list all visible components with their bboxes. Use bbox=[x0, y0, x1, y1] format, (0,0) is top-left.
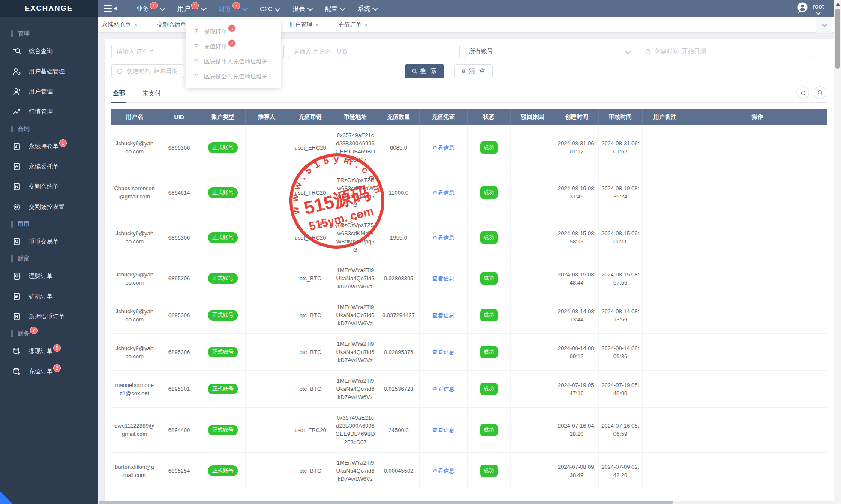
sidebar-item-用户管理[interactable]: 用户管理 bbox=[0, 81, 98, 102]
navbar-menu-业务[interactable]: 业务 1 bbox=[136, 5, 165, 13]
cell-created-time: 2024-07-08 09:38:49 bbox=[555, 453, 598, 489]
cell-actions bbox=[688, 408, 827, 453]
view-voucher-link[interactable]: 查看信息 bbox=[432, 312, 454, 318]
cell-referrer bbox=[245, 297, 288, 334]
account-type-badge: 正式账号 bbox=[208, 187, 238, 198]
cell-status: 成功 bbox=[467, 170, 510, 215]
cell-uid: 6895301 bbox=[158, 371, 201, 408]
sidebar-item-矿机订单[interactable]: 矿机订单 bbox=[0, 286, 98, 306]
result-tab-未支付[interactable]: 未支付 bbox=[141, 89, 162, 102]
vertical-scrollbar[interactable] bbox=[834, 0, 841, 504]
cell-status: 成功 bbox=[467, 297, 510, 334]
navbar-menu-用户[interactable]: 用户 1 bbox=[177, 5, 206, 13]
sidebar-item-用户基础管理[interactable]: 用户基础管理 bbox=[0, 61, 98, 81]
cell-username: Chaos.sorenson@gmail.com bbox=[111, 170, 158, 215]
refresh-button[interactable] bbox=[796, 86, 809, 99]
result-tabs: 全部 未支付 bbox=[111, 87, 827, 103]
account-type-badge: 正式账号 bbox=[208, 465, 238, 476]
date-start-input[interactable]: 创建时间_开始日期 bbox=[640, 45, 811, 58]
scroll-up-arrow[interactable] bbox=[836, 3, 840, 6]
tabs-overflow-button[interactable] bbox=[816, 17, 832, 33]
sidebar-item-永续持仓单[interactable]: 永续持仓单 1 bbox=[0, 136, 98, 156]
dropdown-item-区块链个人充值地址维护[interactable]: 区块链个人充值地址维护 bbox=[186, 54, 281, 69]
open-tab-永续持仓单[interactable]: 永续持仓单 × bbox=[102, 21, 138, 29]
doc-circle-icon bbox=[12, 237, 21, 246]
cell-audit-time: 2024-08-15 09:00:11 bbox=[598, 215, 642, 260]
cell-amount: 0.037294427 bbox=[378, 297, 419, 334]
sidebar-item-质押借币订单[interactable]: 质押借币订单 bbox=[0, 306, 98, 327]
sidebar-item-永续委托单[interactable]: 永续委托单 bbox=[0, 156, 98, 177]
cell-actions bbox=[688, 215, 827, 260]
cell-account-type: 正式账号 bbox=[201, 371, 245, 408]
user-search-input[interactable] bbox=[293, 48, 454, 55]
navbar-menu-配置[interactable]: 配置 bbox=[325, 5, 345, 13]
chevron-down-icon bbox=[625, 49, 631, 54]
menu-badge: 7 bbox=[232, 2, 240, 9]
account-type-select[interactable]: 所有账号 bbox=[464, 45, 635, 58]
sidebar-item-综合查询[interactable]: 综合查询 bbox=[0, 41, 98, 61]
cell-created-time: 2024-08-14 08:09:12 bbox=[555, 334, 598, 371]
status-badge: 成功 bbox=[480, 465, 498, 477]
view-voucher-link[interactable]: 查看信息 bbox=[432, 468, 454, 474]
cell-chain-address: 0x35749aE21cd23B300A6996CEE9DB469BD2F3cD… bbox=[333, 125, 378, 170]
dropdown-item-区块链公共充值地址维护[interactable]: 区块链公共充值地址维护 bbox=[186, 69, 281, 84]
vertical-scrollbar-thumb[interactable] bbox=[835, 9, 840, 69]
clear-button[interactable]: 清 空 bbox=[454, 64, 493, 78]
sidebar-item-理财订单[interactable]: 理财订单 bbox=[0, 266, 98, 286]
date-end-input[interactable]: 创建时间_结束日期 bbox=[111, 64, 184, 78]
dropdown-item-充值订单[interactable]: 充值订单 2 bbox=[186, 39, 281, 54]
cell-account-type: 正式账号 bbox=[201, 215, 245, 260]
sidebar-item-交割场控设置[interactable]: 交割场控设置 bbox=[0, 197, 98, 217]
order-number-input[interactable] bbox=[117, 48, 179, 55]
sidebar-item-行情管理[interactable]: 行情管理 bbox=[0, 102, 98, 122]
navbar-menu-报表[interactable]: 报表 bbox=[292, 5, 312, 13]
clip-up-icon bbox=[193, 28, 200, 35]
cell-user-remark bbox=[642, 371, 688, 408]
close-tab-icon[interactable]: × bbox=[315, 21, 318, 28]
refresh-icon bbox=[800, 90, 806, 96]
horizontal-scrollbar[interactable] bbox=[98, 501, 834, 504]
open-tab-用户管理[interactable]: 用户管理 × bbox=[289, 21, 318, 29]
sidebar-item-币币交易单[interactable]: 币币交易单 bbox=[0, 231, 98, 252]
column-search-button[interactable] bbox=[814, 86, 826, 99]
column-header: 充值凭证 bbox=[419, 109, 467, 125]
view-voucher-link[interactable]: 查看信息 bbox=[432, 427, 454, 433]
navbar-menu-财务[interactable]: 财务 7 bbox=[219, 5, 247, 13]
main-area: 所有账号 创建时间_开始日期 创建时间_结束日期 bbox=[98, 33, 841, 504]
navbar-menu-C2C[interactable]: C2C bbox=[260, 5, 279, 12]
view-voucher-link[interactable]: 查看信息 bbox=[432, 349, 454, 355]
chevron-down-icon bbox=[242, 6, 248, 11]
date-start-placeholder: 创建时间_开始日期 bbox=[655, 48, 706, 55]
cell-chain-address: 1MErfWYa2Ti9UkaNa4Qo7id6kD7AwLW6Vz bbox=[333, 260, 378, 297]
result-tab-全部[interactable]: 全部 bbox=[111, 89, 126, 102]
cell-reject-reason bbox=[510, 260, 555, 297]
view-voucher-link[interactable]: 查看信息 bbox=[432, 189, 454, 196]
cell-username: Jchucky9@yahoo.com bbox=[111, 260, 158, 297]
cell-actions bbox=[688, 170, 827, 215]
cell-status: 成功 bbox=[467, 215, 510, 260]
sidebar-item-交割合约单[interactable]: 交割合约单 bbox=[0, 177, 98, 197]
user-menu[interactable]: root bbox=[796, 1, 824, 16]
search-icon bbox=[411, 68, 417, 74]
cell-voucher: 查看信息 bbox=[419, 260, 467, 297]
chart-icon bbox=[12, 107, 21, 117]
navbar-menu-系统[interactable]: 系统 bbox=[357, 5, 377, 13]
cell-chain-address: 1MErfWYa2Ti9UkaNa4Qo7id6kD7AwLW6Vz bbox=[333, 453, 378, 489]
sidebar-item-充值订单[interactable]: 充值订单 2 bbox=[0, 361, 98, 381]
dropdown-item-提现订单[interactable]: 提现订单 5 bbox=[186, 24, 281, 39]
collapse-sidebar-button[interactable] bbox=[104, 4, 117, 13]
cell-chain: usdt_ERC20 bbox=[288, 125, 333, 170]
cell-user-remark bbox=[642, 297, 688, 334]
horizontal-scrollbar-thumb[interactable] bbox=[99, 501, 673, 504]
search-button[interactable]: 搜 索 bbox=[405, 64, 444, 78]
view-voucher-link[interactable]: 查看信息 bbox=[432, 386, 454, 392]
status-badge: 成功 bbox=[480, 141, 498, 154]
view-voucher-link[interactable]: 查看信息 bbox=[432, 275, 454, 282]
cell-audit-time: 2024-08-31 06:01:52 bbox=[598, 125, 642, 170]
close-tab-icon[interactable]: × bbox=[365, 21, 368, 28]
open-tab-充值订单[interactable]: 充值订单 × bbox=[339, 21, 368, 29]
close-tab-icon[interactable]: × bbox=[134, 21, 138, 28]
view-voucher-link[interactable]: 查看信息 bbox=[432, 144, 454, 151]
sidebar-item-提现订单[interactable]: 提现订单 5 bbox=[0, 341, 98, 361]
view-voucher-link[interactable]: 查看信息 bbox=[432, 234, 454, 241]
